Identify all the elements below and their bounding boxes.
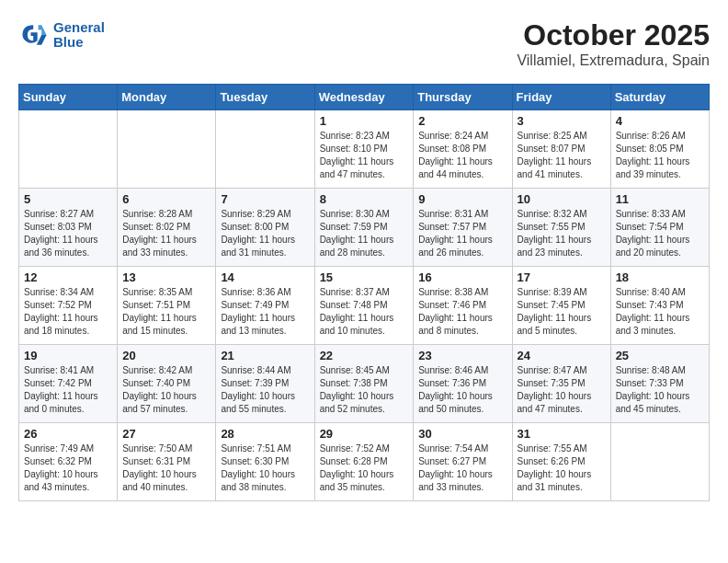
day-info: Sunrise: 8:31 AM Sunset: 7:57 PM Dayligh…: [418, 208, 506, 259]
day-number: 10: [518, 192, 606, 206]
calendar-cell: 13Sunrise: 8:35 AM Sunset: 7:51 PM Dayli…: [118, 267, 216, 345]
day-number: 9: [418, 192, 506, 206]
day-info: Sunrise: 7:55 AM Sunset: 6:26 PM Dayligh…: [518, 442, 606, 494]
calendar-cell: 22Sunrise: 8:45 AM Sunset: 7:38 PM Dayli…: [314, 345, 414, 423]
calendar-cell: 9Sunrise: 8:31 AM Sunset: 7:57 PM Daylig…: [414, 189, 512, 267]
day-number: 13: [122, 270, 210, 284]
day-info: Sunrise: 8:38 AM Sunset: 7:46 PM Dayligh…: [418, 286, 506, 338]
day-number: 19: [24, 349, 112, 362]
calendar-cell: 16Sunrise: 8:38 AM Sunset: 7:46 PM Dayli…: [414, 267, 512, 345]
day-info: Sunrise: 8:34 AM Sunset: 7:52 PM Dayligh…: [24, 286, 112, 338]
day-info: Sunrise: 8:27 AM Sunset: 8:03 PM Dayligh…: [24, 208, 112, 259]
day-number: 15: [320, 270, 409, 284]
day-number: 1: [320, 114, 409, 128]
logo-general: General: [53, 20, 105, 36]
day-info: Sunrise: 8:35 AM Sunset: 7:51 PM Dayligh…: [122, 286, 210, 338]
calendar-cell: 25Sunrise: 8:48 AM Sunset: 7:33 PM Dayli…: [610, 345, 709, 423]
header-row: SundayMondayTuesdayWednesdayThursdayFrid…: [19, 85, 710, 110]
day-info: Sunrise: 8:25 AM Sunset: 8:07 PM Dayligh…: [518, 130, 606, 181]
location-subtitle: Villamiel, Extremadura, Spain: [517, 52, 710, 69]
day-number: 5: [24, 192, 112, 206]
day-info: Sunrise: 8:41 AM Sunset: 7:42 PM Dayligh…: [24, 364, 112, 416]
day-number: 30: [418, 427, 506, 441]
day-number: 24: [518, 349, 606, 362]
calendar-cell: 27Sunrise: 7:50 AM Sunset: 6:31 PM Dayli…: [118, 423, 216, 501]
column-header-sunday: Sunday: [19, 85, 118, 110]
day-info: Sunrise: 7:49 AM Sunset: 6:32 PM Dayligh…: [24, 442, 112, 494]
calendar-cell: 2Sunrise: 8:24 AM Sunset: 8:08 PM Daylig…: [414, 110, 512, 189]
day-info: Sunrise: 8:26 AM Sunset: 8:05 PM Dayligh…: [616, 130, 704, 181]
day-info: Sunrise: 8:40 AM Sunset: 7:43 PM Dayligh…: [616, 286, 704, 338]
calendar-cell: 17Sunrise: 8:39 AM Sunset: 7:45 PM Dayli…: [512, 267, 610, 345]
calendar-cell: 20Sunrise: 8:42 AM Sunset: 7:40 PM Dayli…: [118, 345, 216, 423]
day-info: Sunrise: 8:30 AM Sunset: 7:59 PM Dayligh…: [320, 208, 409, 259]
calendar-cell: 26Sunrise: 7:49 AM Sunset: 6:32 PM Dayli…: [19, 423, 118, 501]
day-number: 16: [418, 270, 506, 284]
day-number: 20: [122, 349, 210, 362]
calendar-cell: 18Sunrise: 8:40 AM Sunset: 7:43 PM Dayli…: [610, 267, 709, 345]
calendar-cell: 21Sunrise: 8:44 AM Sunset: 7:39 PM Dayli…: [216, 345, 314, 423]
day-info: Sunrise: 8:32 AM Sunset: 7:55 PM Dayligh…: [518, 208, 606, 259]
calendar-cell: 4Sunrise: 8:26 AM Sunset: 8:05 PM Daylig…: [610, 110, 709, 189]
calendar-cell: 23Sunrise: 8:46 AM Sunset: 7:36 PM Dayli…: [414, 345, 512, 423]
calendar-cell: 28Sunrise: 7:51 AM Sunset: 6:30 PM Dayli…: [216, 423, 314, 501]
calendar-cell: 24Sunrise: 8:47 AM Sunset: 7:35 PM Dayli…: [512, 345, 610, 423]
day-info: Sunrise: 8:44 AM Sunset: 7:39 PM Dayligh…: [221, 364, 309, 416]
day-info: Sunrise: 8:45 AM Sunset: 7:38 PM Dayligh…: [320, 364, 409, 416]
week-row-3: 12Sunrise: 8:34 AM Sunset: 7:52 PM Dayli…: [19, 267, 710, 345]
day-number: 8: [320, 192, 409, 206]
calendar-cell: 31Sunrise: 7:55 AM Sunset: 6:26 PM Dayli…: [512, 423, 610, 501]
day-number: 25: [616, 349, 704, 362]
calendar-cell: [19, 110, 118, 189]
day-number: 4: [616, 114, 704, 128]
day-number: 29: [320, 427, 409, 441]
day-number: 26: [24, 427, 112, 441]
day-info: Sunrise: 8:37 AM Sunset: 7:48 PM Dayligh…: [320, 286, 409, 338]
calendar-cell: [216, 110, 314, 189]
calendar-cell: 12Sunrise: 8:34 AM Sunset: 7:52 PM Dayli…: [19, 267, 118, 345]
calendar-cell: 14Sunrise: 8:36 AM Sunset: 7:49 PM Dayli…: [216, 267, 314, 345]
calendar-cell: 10Sunrise: 8:32 AM Sunset: 7:55 PM Dayli…: [512, 189, 610, 267]
calendar-cell: 3Sunrise: 8:25 AM Sunset: 8:07 PM Daylig…: [512, 110, 610, 189]
day-number: 17: [518, 270, 606, 284]
day-number: 27: [122, 427, 210, 441]
day-info: Sunrise: 8:47 AM Sunset: 7:35 PM Dayligh…: [518, 364, 606, 416]
day-number: 7: [221, 192, 309, 206]
calendar-cell: 29Sunrise: 7:52 AM Sunset: 6:28 PM Dayli…: [314, 423, 414, 501]
week-row-4: 19Sunrise: 8:41 AM Sunset: 7:42 PM Dayli…: [19, 345, 710, 423]
week-row-2: 5Sunrise: 8:27 AM Sunset: 8:03 PM Daylig…: [19, 189, 710, 267]
logo-icon: [18, 18, 51, 52]
calendar-cell: 8Sunrise: 8:30 AM Sunset: 7:59 PM Daylig…: [314, 189, 414, 267]
logo-blue: Blue: [53, 35, 105, 51]
column-header-saturday: Saturday: [610, 85, 709, 110]
day-number: 2: [418, 114, 506, 128]
day-number: 31: [518, 427, 606, 441]
column-header-thursday: Thursday: [414, 85, 512, 110]
calendar-cell: 19Sunrise: 8:41 AM Sunset: 7:42 PM Dayli…: [19, 345, 118, 423]
day-number: 28: [221, 427, 309, 441]
column-header-friday: Friday: [512, 85, 610, 110]
day-info: Sunrise: 8:46 AM Sunset: 7:36 PM Dayligh…: [418, 364, 506, 416]
day-number: 12: [24, 270, 112, 284]
column-header-wednesday: Wednesday: [314, 85, 414, 110]
day-info: Sunrise: 8:24 AM Sunset: 8:08 PM Dayligh…: [418, 130, 506, 181]
day-info: Sunrise: 8:33 AM Sunset: 7:54 PM Dayligh…: [616, 208, 704, 259]
calendar-cell: 15Sunrise: 8:37 AM Sunset: 7:48 PM Dayli…: [314, 267, 414, 345]
day-info: Sunrise: 8:36 AM Sunset: 7:49 PM Dayligh…: [221, 286, 309, 338]
calendar-cell: [610, 423, 709, 501]
day-number: 6: [122, 192, 210, 206]
day-info: Sunrise: 8:28 AM Sunset: 8:02 PM Dayligh…: [122, 208, 210, 259]
day-info: Sunrise: 7:52 AM Sunset: 6:28 PM Dayligh…: [320, 442, 409, 494]
column-header-monday: Monday: [118, 85, 216, 110]
calendar-cell: 1Sunrise: 8:23 AM Sunset: 8:10 PM Daylig…: [314, 110, 414, 189]
column-header-tuesday: Tuesday: [216, 85, 314, 110]
month-title: October 2025: [517, 18, 710, 52]
day-number: 23: [418, 349, 506, 362]
day-info: Sunrise: 8:42 AM Sunset: 7:40 PM Dayligh…: [122, 364, 210, 416]
calendar-cell: 7Sunrise: 8:29 AM Sunset: 8:00 PM Daylig…: [216, 189, 314, 267]
day-info: Sunrise: 8:48 AM Sunset: 7:33 PM Dayligh…: [616, 364, 704, 416]
day-info: Sunrise: 7:54 AM Sunset: 6:27 PM Dayligh…: [418, 442, 506, 494]
day-number: 21: [221, 349, 309, 362]
day-info: Sunrise: 8:23 AM Sunset: 8:10 PM Dayligh…: [320, 130, 409, 181]
day-number: 11: [616, 192, 704, 206]
